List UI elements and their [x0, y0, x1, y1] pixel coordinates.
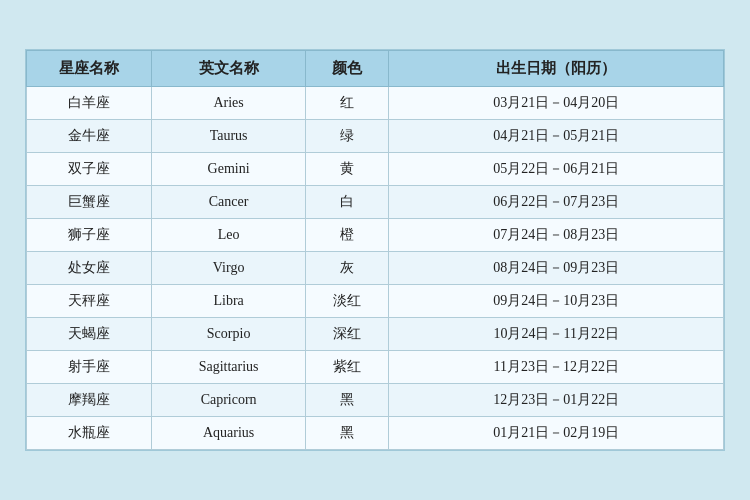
- cell-color: 灰: [305, 252, 389, 285]
- cell-zh-name: 双子座: [27, 153, 152, 186]
- cell-en-name: Sagittarius: [152, 351, 305, 384]
- table-row: 摩羯座Capricorn黑12月23日－01月22日: [27, 384, 724, 417]
- cell-zh-name: 天蝎座: [27, 318, 152, 351]
- cell-en-name: Libra: [152, 285, 305, 318]
- cell-zh-name: 巨蟹座: [27, 186, 152, 219]
- table-row: 狮子座Leo橙07月24日－08月23日: [27, 219, 724, 252]
- cell-date: 11月23日－12月22日: [389, 351, 724, 384]
- cell-en-name: Cancer: [152, 186, 305, 219]
- cell-en-name: Capricorn: [152, 384, 305, 417]
- cell-zh-name: 狮子座: [27, 219, 152, 252]
- header-en-name: 英文名称: [152, 51, 305, 87]
- cell-date: 09月24日－10月23日: [389, 285, 724, 318]
- table-row: 天蝎座Scorpio深红10月24日－11月22日: [27, 318, 724, 351]
- cell-en-name: Taurus: [152, 120, 305, 153]
- cell-zh-name: 金牛座: [27, 120, 152, 153]
- table-row: 白羊座Aries红03月21日－04月20日: [27, 87, 724, 120]
- cell-color: 深红: [305, 318, 389, 351]
- cell-date: 06月22日－07月23日: [389, 186, 724, 219]
- cell-color: 黑: [305, 417, 389, 450]
- cell-date: 04月21日－05月21日: [389, 120, 724, 153]
- cell-en-name: Gemini: [152, 153, 305, 186]
- cell-color: 黑: [305, 384, 389, 417]
- header-color: 颜色: [305, 51, 389, 87]
- table-row: 水瓶座Aquarius黑01月21日－02月19日: [27, 417, 724, 450]
- table-row: 金牛座Taurus绿04月21日－05月21日: [27, 120, 724, 153]
- cell-en-name: Scorpio: [152, 318, 305, 351]
- cell-color: 淡红: [305, 285, 389, 318]
- cell-zh-name: 白羊座: [27, 87, 152, 120]
- table-row: 射手座Sagittarius紫红11月23日－12月22日: [27, 351, 724, 384]
- table-row: 天秤座Libra淡红09月24日－10月23日: [27, 285, 724, 318]
- cell-date: 03月21日－04月20日: [389, 87, 724, 120]
- cell-date: 08月24日－09月23日: [389, 252, 724, 285]
- table-row: 处女座Virgo灰08月24日－09月23日: [27, 252, 724, 285]
- cell-en-name: Virgo: [152, 252, 305, 285]
- cell-zh-name: 射手座: [27, 351, 152, 384]
- cell-date: 07月24日－08月23日: [389, 219, 724, 252]
- cell-date: 10月24日－11月22日: [389, 318, 724, 351]
- cell-zh-name: 天秤座: [27, 285, 152, 318]
- table-header-row: 星座名称 英文名称 颜色 出生日期（阳历）: [27, 51, 724, 87]
- cell-en-name: Aries: [152, 87, 305, 120]
- header-date: 出生日期（阳历）: [389, 51, 724, 87]
- cell-date: 01月21日－02月19日: [389, 417, 724, 450]
- zodiac-table: 星座名称 英文名称 颜色 出生日期（阳历） 白羊座Aries红03月21日－04…: [26, 50, 724, 450]
- cell-color: 红: [305, 87, 389, 120]
- cell-color: 白: [305, 186, 389, 219]
- header-zh-name: 星座名称: [27, 51, 152, 87]
- zodiac-table-container: 星座名称 英文名称 颜色 出生日期（阳历） 白羊座Aries红03月21日－04…: [25, 49, 725, 451]
- cell-date: 12月23日－01月22日: [389, 384, 724, 417]
- table-row: 双子座Gemini黄05月22日－06月21日: [27, 153, 724, 186]
- cell-color: 黄: [305, 153, 389, 186]
- table-row: 巨蟹座Cancer白06月22日－07月23日: [27, 186, 724, 219]
- cell-color: 橙: [305, 219, 389, 252]
- cell-date: 05月22日－06月21日: [389, 153, 724, 186]
- cell-en-name: Aquarius: [152, 417, 305, 450]
- cell-color: 紫红: [305, 351, 389, 384]
- cell-zh-name: 摩羯座: [27, 384, 152, 417]
- cell-zh-name: 处女座: [27, 252, 152, 285]
- cell-en-name: Leo: [152, 219, 305, 252]
- cell-zh-name: 水瓶座: [27, 417, 152, 450]
- cell-color: 绿: [305, 120, 389, 153]
